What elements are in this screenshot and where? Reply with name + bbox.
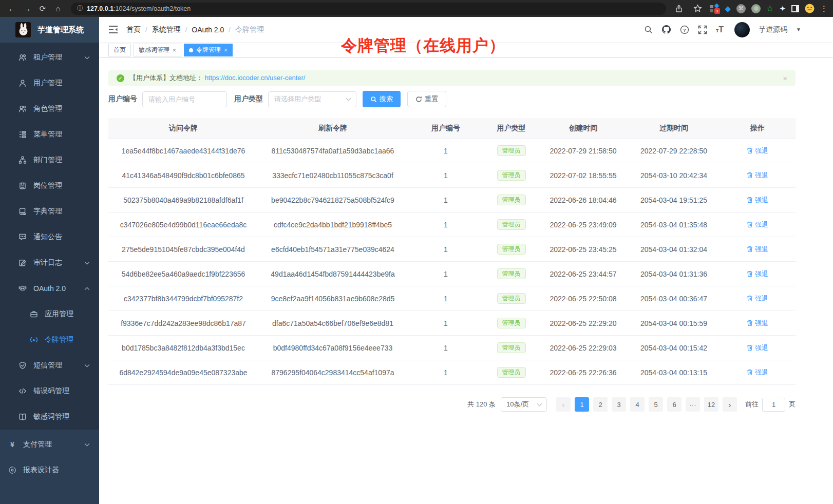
sidebar-item-审计日志[interactable]: 审计日志 xyxy=(0,250,99,276)
breadcrumb-separator: / xyxy=(229,26,231,33)
cell-created-time: 2022-07-29 21:58:50 xyxy=(538,139,628,163)
cell-user-id: 1 xyxy=(407,311,484,335)
page-button-3[interactable]: 3 xyxy=(612,397,626,412)
sidebar-item-OAuth 2.0[interactable]: OAuth 2.0 xyxy=(0,276,99,301)
user-id-input[interactable] xyxy=(142,91,227,107)
force-logout-button[interactable]: 强退 xyxy=(747,343,768,353)
alert-close-icon[interactable]: × xyxy=(783,74,787,83)
browser-menu-icon[interactable]: ⋮ xyxy=(820,4,828,13)
forward-icon[interactable]: → xyxy=(21,3,34,15)
force-logout-button[interactable]: 强退 xyxy=(747,245,768,254)
sidebar-item-菜单管理[interactable]: 菜单管理 xyxy=(0,122,99,147)
tab-敏感词管理[interactable]: 敏感词管理 × xyxy=(134,44,181,56)
search-icon[interactable] xyxy=(644,25,653,34)
breadcrumb-item[interactable]: 首页 xyxy=(126,25,141,34)
page-button-12[interactable]: 12 xyxy=(704,397,718,412)
sms-icon xyxy=(18,361,27,370)
sidebar-item-字典管理[interactable]: 字典管理 xyxy=(0,199,99,224)
font-size-icon[interactable]: тT xyxy=(716,25,724,34)
sidebar-item-令牌管理[interactable]: A 令牌管理 xyxy=(0,327,99,353)
sidebar-item-短信管理[interactable]: 短信管理 xyxy=(0,353,99,378)
page-button-6[interactable]: 6 xyxy=(667,397,681,412)
gem-extension-icon[interactable]: ◆ xyxy=(725,4,731,13)
profile-emoji-icon[interactable] xyxy=(805,4,815,13)
cell-user-id: 1 xyxy=(407,336,484,360)
share-icon[interactable] xyxy=(672,3,686,15)
cell-created-time: 2022-06-25 23:44:57 xyxy=(538,262,628,286)
force-logout-button[interactable]: 强退 xyxy=(747,319,768,328)
sidebar-collapse-icon[interactable] xyxy=(108,25,118,34)
sidebar-item-部门管理[interactable]: 部门管理 xyxy=(0,147,99,173)
page-ellipsis[interactable]: ··· xyxy=(686,397,700,412)
sidebar-item-报表设计器[interactable]: 报表设计器 xyxy=(0,457,99,483)
svg-text:?: ? xyxy=(683,27,686,32)
force-logout-button[interactable]: 强退 xyxy=(747,368,768,377)
help-icon[interactable]: ? xyxy=(680,25,689,34)
sidebar-item-岗位管理[interactable]: 岗位管理 xyxy=(0,173,99,199)
user-name[interactable]: 芋道源码 xyxy=(759,25,787,34)
sidebar-item-租户管理[interactable]: 租户管理 xyxy=(0,45,99,70)
goto-label: 前往 xyxy=(745,400,759,409)
user-type-label: 用户类型 xyxy=(234,94,263,104)
reload-icon[interactable]: ⟳ xyxy=(36,3,49,15)
star-extension-icon[interactable]: ☆ xyxy=(766,5,773,13)
app-logo[interactable]: 芋道管理系统 xyxy=(0,17,99,43)
sidebar-item-label: 部门管理 xyxy=(33,156,62,165)
back-icon[interactable]: ← xyxy=(5,3,18,15)
breadcrumb-item[interactable]: 系统管理 xyxy=(152,25,181,34)
page-info-icon[interactable]: ⓘ xyxy=(77,4,83,13)
home-icon[interactable]: ⌂ xyxy=(51,3,65,15)
record-extension-icon[interactable] xyxy=(751,4,761,13)
avatar[interactable] xyxy=(734,22,750,37)
page-button-5[interactable]: 5 xyxy=(649,397,663,412)
force-logout-button[interactable]: 强退 xyxy=(747,196,768,205)
doc-link[interactable]: https://doc.iocoder.cn/user-center/ xyxy=(205,74,306,82)
sidebar-item-应用管理[interactable]: 应用管理 xyxy=(0,301,99,327)
tab-close-icon[interactable]: × xyxy=(173,47,176,54)
sidebar-item-通知公告[interactable]: 通知公告 xyxy=(0,224,99,250)
tab-令牌管理[interactable]: 令牌管理 × xyxy=(184,44,233,56)
sidebar-item-错误码管理[interactable]: 错误码管理 xyxy=(0,378,99,404)
force-logout-button[interactable]: 强退 xyxy=(747,146,768,156)
sidebar-item-label: 令牌管理 xyxy=(45,335,73,344)
cell-user-id: 1 xyxy=(407,163,484,187)
sidebar-item-用户管理[interactable]: 用户管理 xyxy=(0,70,99,96)
chevron-down-icon[interactable]: ▼ xyxy=(796,27,801,32)
user-type-select[interactable]: 请选择用户类型 xyxy=(268,91,356,107)
svg-text:A: A xyxy=(32,338,35,342)
cell-created-time: 2022-06-25 22:50:08 xyxy=(538,286,628,311)
spark-extension-icon[interactable]: ✦ xyxy=(779,5,786,12)
page-button-4[interactable]: 4 xyxy=(630,397,645,412)
search-button[interactable]: 搜索 xyxy=(363,91,401,107)
url-bar[interactable]: ⓘ 127.0.0.1:1024/system/oauth2/token xyxy=(71,3,666,15)
force-logout-button[interactable]: 强退 xyxy=(747,171,768,180)
cell-access-token: b0d1785bc3a8482f812db4a3f3bd15ec xyxy=(108,336,258,360)
force-logout-button[interactable]: 强退 xyxy=(747,294,768,303)
extension-grid-icon[interactable]: 9 xyxy=(710,4,720,13)
reset-button[interactable]: 重置 xyxy=(407,91,446,107)
force-logout-button[interactable]: 强退 xyxy=(747,269,768,279)
sidebar-item-角色管理[interactable]: 角色管理 xyxy=(0,96,99,122)
bookmark-star-icon[interactable] xyxy=(691,3,705,15)
force-logout-button[interactable]: 强退 xyxy=(747,220,768,229)
sidebar-item-支付管理[interactable]: ¥ 支付管理 xyxy=(0,432,99,457)
next-page-button[interactable]: › xyxy=(723,397,737,412)
goto-page-input[interactable] xyxy=(762,398,785,412)
sidebar-item-label: 报表设计器 xyxy=(23,466,59,475)
user-type-badge: 管理员 xyxy=(497,195,526,206)
token-icon: A xyxy=(30,336,38,344)
page-button-1[interactable]: 1 xyxy=(575,397,589,412)
cell-refresh-token: cdfc4ce9c2da4bb1bdf21b9918ff4be5 xyxy=(258,212,407,237)
github-icon[interactable] xyxy=(661,25,671,34)
prev-page-button[interactable]: ‹ xyxy=(556,397,571,412)
tab-首页[interactable]: 首页 xyxy=(108,44,131,56)
sidebar-item-敏感词管理[interactable]: 敏感词管理 xyxy=(0,404,99,430)
sidepanel-icon[interactable] xyxy=(791,5,799,12)
cmd-extension-icon[interactable]: ⌘ xyxy=(736,4,746,13)
page-size-select[interactable]: 10条/页 xyxy=(501,397,547,412)
page-button-2[interactable]: 2 xyxy=(593,397,608,412)
breadcrumb-item[interactable]: OAuth 2.0 xyxy=(192,26,224,34)
tab-close-icon[interactable]: × xyxy=(224,47,228,54)
fullscreen-icon[interactable] xyxy=(698,25,707,34)
column-header: 用户类型 xyxy=(484,118,538,138)
